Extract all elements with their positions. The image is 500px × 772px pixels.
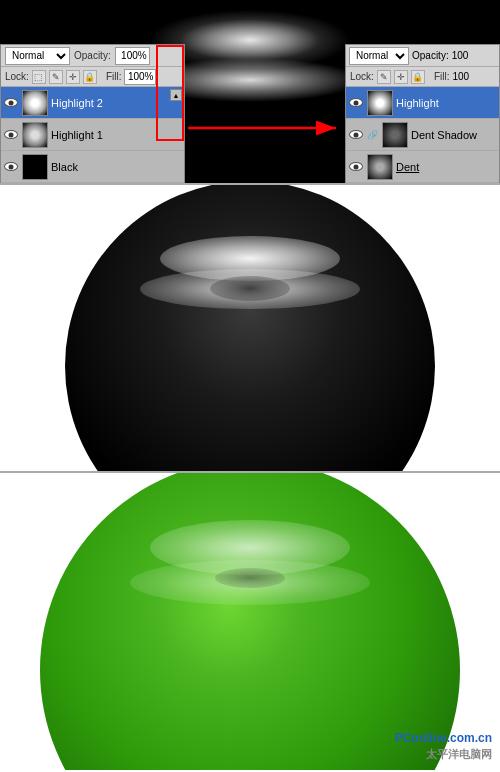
layer-row-highlight-right[interactable]: Highlight bbox=[346, 87, 499, 119]
layer-thumb-highlight1 bbox=[22, 122, 48, 148]
layer-eye-black[interactable] bbox=[3, 159, 19, 175]
opacity-input-left[interactable] bbox=[115, 47, 150, 65]
fill-input-left[interactable] bbox=[124, 69, 156, 85]
layer-eye-highlight2[interactable] bbox=[3, 95, 19, 111]
layer-row-dent[interactable]: Dent bbox=[346, 151, 499, 183]
lock-right-1[interactable]: ✎ bbox=[377, 70, 391, 84]
section-middle bbox=[0, 183, 500, 473]
lock-transparent-icon[interactable]: ⬚ bbox=[32, 70, 46, 84]
layer-name-dent-shadow: Dent Shadow bbox=[411, 129, 497, 141]
arrow-container bbox=[188, 118, 348, 138]
eye-icon-highlight1 bbox=[4, 130, 18, 139]
blend-mode-select-right[interactable]: Normal bbox=[349, 47, 409, 65]
layer-thumb-black bbox=[22, 154, 48, 180]
eye-icon-dent-shadow bbox=[349, 130, 363, 139]
fill-value-right: 100 bbox=[452, 71, 469, 82]
layer-row-highlight2[interactable]: Highlight 2 ▲ bbox=[1, 87, 184, 119]
opacity-label-right: Opacity: bbox=[412, 50, 449, 61]
layer-eye-highlight-right[interactable] bbox=[348, 95, 364, 111]
lock-label-right: Lock: bbox=[350, 71, 374, 82]
layer-name-highlight1: Highlight 1 bbox=[51, 129, 182, 141]
eye-icon-highlight2 bbox=[4, 98, 18, 107]
layer-thumb-dent-shadow bbox=[382, 122, 408, 148]
blend-mode-select-left[interactable]: Normal Dissolve Multiply Screen Overlay bbox=[5, 47, 70, 65]
layer-eye-dent[interactable] bbox=[348, 159, 364, 175]
apple-dent bbox=[215, 568, 285, 588]
layer-name-black: Black bbox=[51, 161, 182, 173]
eye-icon-highlight-right bbox=[349, 98, 363, 107]
lock-label-left: Lock: bbox=[5, 71, 29, 82]
fill-label-right: Fill: bbox=[434, 71, 450, 82]
layer-thumb-dent bbox=[367, 154, 393, 180]
layers-panel-right: Normal Opacity: 100 Lock: ✎ ✛ 🔒 Fill: 10… bbox=[345, 44, 500, 183]
section-bottom: PConline.com.cn 太平洋电脑网 bbox=[0, 473, 500, 770]
link-icon-dent-shadow: 🔗 bbox=[367, 130, 378, 140]
layers-panel-left: Normal Dissolve Multiply Screen Overlay … bbox=[0, 44, 185, 183]
layer-name-highlight-right: Highlight bbox=[396, 97, 497, 109]
layers-subbar-left: Lock: ⬚ ✎ ✛ 🔒 Fill: bbox=[1, 67, 184, 87]
sphere-dent bbox=[210, 276, 290, 301]
layer-name-highlight2: Highlight 2 bbox=[51, 97, 182, 109]
red-arrow-svg bbox=[188, 118, 348, 138]
watermark: PConline.com.cn 太平洋电脑网 bbox=[395, 730, 492, 762]
layers-subbar-right: Lock: ✎ ✛ 🔒 Fill: 100 bbox=[346, 67, 499, 87]
layer-thumb-highlight2 bbox=[22, 90, 48, 116]
black-sphere bbox=[65, 183, 435, 473]
layers-toolbar-left: Normal Dissolve Multiply Screen Overlay … bbox=[1, 45, 184, 67]
opacity-value-right: 100 bbox=[452, 50, 469, 61]
layer-eye-dent-shadow[interactable] bbox=[348, 127, 364, 143]
layer-row-highlight1[interactable]: Highlight 1 bbox=[1, 119, 184, 151]
layer-row-dent-shadow[interactable]: 🔗 Dent Shadow bbox=[346, 119, 499, 151]
section-top: Normal Dissolve Multiply Screen Overlay … bbox=[0, 0, 500, 183]
opacity-label-left: Opacity: bbox=[74, 50, 111, 61]
layer-row-black[interactable]: Black bbox=[1, 151, 184, 183]
layer-name-dent: Dent bbox=[396, 161, 497, 173]
watermark-site: PConline.com.cn bbox=[395, 730, 492, 747]
layers-toolbar-right: Normal Opacity: 100 bbox=[346, 45, 499, 67]
eye-icon-black bbox=[4, 162, 18, 171]
lock-all-icon[interactable]: 🔒 bbox=[83, 70, 97, 84]
lock-image-icon[interactable]: ✎ bbox=[49, 70, 63, 84]
scroll-up-arrow[interactable]: ▲ bbox=[170, 89, 182, 101]
fill-label-left: Fill: bbox=[106, 71, 122, 82]
watermark-chinese: 太平洋电脑网 bbox=[395, 747, 492, 762]
lock-right-2[interactable]: ✛ bbox=[394, 70, 408, 84]
eye-icon-dent bbox=[349, 162, 363, 171]
lock-right-3[interactable]: 🔒 bbox=[411, 70, 425, 84]
lock-position-icon[interactable]: ✛ bbox=[66, 70, 80, 84]
apple-sphere bbox=[40, 473, 460, 770]
layer-eye-highlight1[interactable] bbox=[3, 127, 19, 143]
layer-thumb-highlight-right bbox=[367, 90, 393, 116]
